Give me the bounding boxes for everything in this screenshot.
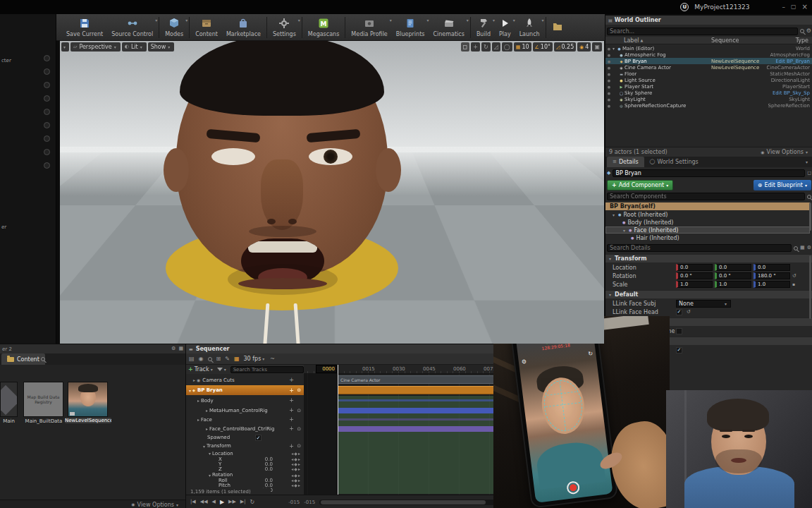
settings-button[interactable]: ▾ Settings bbox=[269, 15, 300, 40]
search-details-input[interactable] bbox=[607, 244, 792, 252]
add-track-icon[interactable]: + bbox=[289, 387, 294, 394]
close-button[interactable]: × bbox=[802, 4, 808, 11]
keyframe-nav-icons[interactable]: ◂◆▸ bbox=[291, 456, 301, 461]
add-section-icon[interactable]: + bbox=[289, 397, 294, 404]
search-tracks-input[interactable] bbox=[230, 366, 304, 373]
launch-button[interactable]: ▾ Launch bbox=[515, 15, 544, 40]
expander-icon[interactable]: ▸ bbox=[206, 426, 208, 431]
keyframe-add-icon[interactable]: ⊙ bbox=[297, 387, 301, 393]
keyframe-nav-icons[interactable]: ◂◆▸ bbox=[291, 483, 301, 488]
outliner-row[interactable]: ● ● Light Source DirectionalLight bbox=[605, 77, 812, 83]
keyframe-nav-icons[interactable]: ◂◆▸ bbox=[291, 451, 301, 456]
tab-content[interactable]: Content bbox=[1, 353, 45, 365]
asset-thumbnail-map-build-data[interactable]: Map Build Data Registry bbox=[23, 382, 63, 417]
track-rotation[interactable]: ▾ Rotation ◂◆▸ bbox=[186, 472, 304, 478]
column-sequence[interactable]: Sequence bbox=[711, 37, 739, 44]
keyframe-nav-icons[interactable]: ◂◆▸ bbox=[291, 473, 301, 478]
maximize-viewport-button[interactable]: ▣ bbox=[592, 42, 602, 52]
cinematics-button[interactable]: ▾ Cinematics bbox=[429, 15, 468, 40]
rotation-y-field[interactable]: 0.0 ° bbox=[715, 272, 751, 279]
grid-view-icon[interactable]: ▦ bbox=[178, 346, 183, 351]
settings-gear-icon[interactable]: ⚙ bbox=[522, 359, 527, 365]
bp-bryan-track-bar[interactable] bbox=[338, 386, 502, 394]
marketplace-button[interactable]: Marketplace bbox=[222, 15, 265, 40]
channel-roll[interactable]: Roll 0.0 ◂◆▸ bbox=[186, 478, 304, 483]
keyframe-nav-icons[interactable]: ◂◆▸ bbox=[291, 466, 301, 471]
content-button[interactable]: Content bbox=[191, 15, 222, 40]
asset-dot-icon[interactable] bbox=[44, 55, 50, 61]
curves-icon[interactable]: ~ bbox=[270, 356, 275, 362]
track-body[interactable]: ▸ Body + bbox=[186, 396, 304, 405]
step-forward-button[interactable]: ▶▶ bbox=[228, 500, 236, 504]
modes-button[interactable]: ▾ Modes bbox=[161, 15, 187, 40]
expander-icon[interactable]: ▸ bbox=[193, 377, 195, 382]
keyframe-add-icon[interactable]: ⊙ bbox=[297, 426, 301, 432]
source-control-button[interactable]: ▾ Source Control bbox=[107, 15, 157, 40]
track-spawned[interactable]: Spawned ✓ bbox=[186, 433, 304, 442]
location-y-field[interactable]: 0.0 bbox=[715, 264, 751, 271]
asset-thumbnail-level-sequence[interactable] bbox=[68, 382, 108, 417]
asset-dot-icon[interactable] bbox=[44, 82, 50, 88]
expander-icon[interactable]: ▾ bbox=[189, 388, 191, 393]
lock-icon[interactable]: ◻ bbox=[807, 171, 811, 176]
visibility-eye-icon[interactable]: ● bbox=[605, 97, 613, 102]
move-tool-button[interactable]: + bbox=[471, 42, 480, 52]
minimize-button[interactable]: – bbox=[782, 4, 786, 11]
edit-icon[interactable]: ✎ bbox=[225, 356, 230, 362]
add-key-icon[interactable]: + bbox=[289, 443, 294, 449]
asset-thumbnail-partial[interactable] bbox=[0, 382, 18, 417]
scale-x-field[interactable]: 1.0 bbox=[676, 281, 713, 288]
tab-world-settings[interactable]: ◯ World Settings bbox=[644, 157, 704, 167]
sequencer-tab[interactable]: ▬ Sequencer × bbox=[186, 344, 502, 353]
edit-blueprint-button[interactable]: ⊕ Edit Blueprint▾ bbox=[753, 180, 811, 190]
add-section-icon[interactable]: + bbox=[289, 407, 294, 413]
scale-lock-icon[interactable]: ▪ bbox=[792, 282, 795, 286]
expander-icon[interactable]: ▾ bbox=[203, 444, 205, 449]
world-space-button[interactable]: ◯ bbox=[502, 42, 512, 52]
llink-face-subj-dropdown[interactable]: None▾ bbox=[676, 300, 731, 308]
details-scrollbar[interactable] bbox=[809, 255, 811, 319]
asset-label[interactable]: Main_BuiltData bbox=[20, 418, 68, 424]
render-movie-icon[interactable]: ◉ bbox=[199, 356, 204, 362]
track-location[interactable]: ▾ Location ◂◆▸ bbox=[186, 450, 304, 456]
outliner-settings-icon[interactable]: ⚙ bbox=[806, 28, 811, 34]
browse-button[interactable] bbox=[548, 15, 567, 40]
flip-camera-icon[interactable]: ↻ bbox=[588, 351, 593, 357]
location-x-field[interactable]: 0.0 bbox=[676, 264, 713, 271]
outliner-search-input[interactable] bbox=[607, 28, 798, 35]
select-tool-button[interactable]: ◻ bbox=[461, 42, 470, 52]
expander-icon[interactable]: ▸ bbox=[197, 417, 199, 422]
play-reverse-button[interactable]: ◀ bbox=[212, 500, 216, 504]
reset-rotation-icon[interactable]: ↺ bbox=[792, 274, 796, 279]
outliner-row-selected[interactable]: ● ◆ BP Bryan NewLevelSequence Edit BP_Br… bbox=[605, 58, 812, 64]
playhead[interactable] bbox=[338, 365, 338, 495]
asset-dot-icon[interactable] bbox=[44, 95, 50, 102]
track-transform[interactable]: ▾ Transform + ⊙ bbox=[186, 442, 304, 450]
maximize-button[interactable]: ▢ bbox=[791, 4, 796, 10]
grid-snap-control[interactable]: ▦ 10 bbox=[514, 42, 531, 52]
track-face-controlboard[interactable]: ▸ Face_ControlBoard_CtrlRig + ⊙ bbox=[186, 424, 304, 433]
save-current-button[interactable]: Save Current bbox=[62, 15, 107, 40]
visibility-eye-icon[interactable]: ● bbox=[605, 53, 613, 57]
visibility-eye-icon[interactable]: ● bbox=[605, 78, 613, 83]
asset-dot-icon[interactable] bbox=[44, 68, 50, 75]
location-z-field[interactable]: 0.0 bbox=[753, 264, 790, 271]
world-outliner-header[interactable]: ▤ World Outliner bbox=[605, 16, 812, 25]
asset-label[interactable]: Main bbox=[0, 418, 18, 424]
outliner-row[interactable]: ● ◉ Cine Camera Actor NewLevelSequence C… bbox=[605, 64, 812, 71]
keyframe-add-icon[interactable]: ⊙ bbox=[297, 443, 301, 449]
visibility-eye-icon[interactable]: ● bbox=[605, 66, 613, 70]
add-track-button[interactable]: + Track▾ bbox=[188, 366, 214, 373]
save-icon[interactable]: ▤ bbox=[189, 356, 195, 362]
channel-y[interactable]: Y 0.0 ◂◆▸ bbox=[186, 461, 304, 466]
component-row[interactable]: ● Hair (Inherited) bbox=[605, 234, 810, 241]
keyframe-nav-icons[interactable]: ◂◆▸ bbox=[291, 461, 301, 466]
asset-dot-icon[interactable] bbox=[44, 122, 50, 128]
build-button[interactable]: ▾ Build bbox=[472, 15, 495, 40]
visibility-eye-icon[interactable]: ● bbox=[605, 91, 613, 95]
loop-button[interactable]: ↻ bbox=[250, 500, 255, 505]
megascans-button[interactable]: M Megascans bbox=[304, 15, 344, 40]
scale-z-field[interactable]: 1.0 bbox=[753, 281, 790, 288]
add-section-icon[interactable]: + bbox=[289, 425, 294, 432]
panel-menu-caret-icon[interactable]: ▾ bbox=[806, 159, 808, 164]
